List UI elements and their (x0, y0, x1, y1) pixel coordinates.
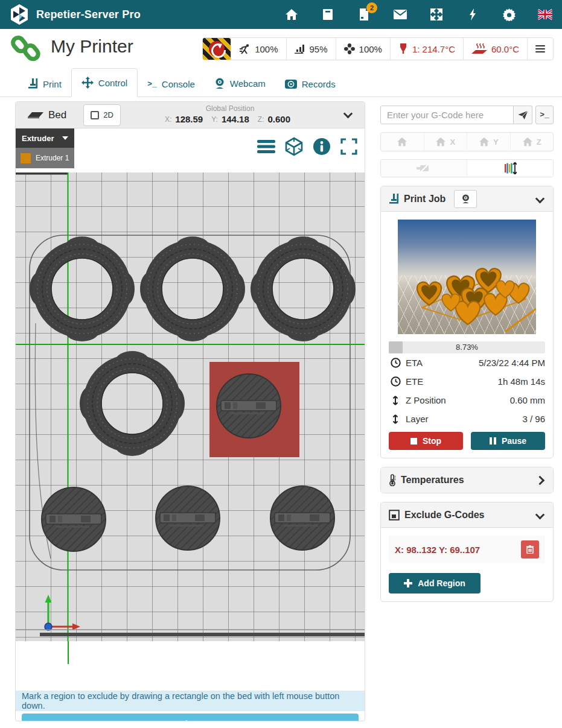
gcode-input[interactable] (380, 106, 514, 124)
clock-icon (391, 358, 401, 368)
console-glyph: >_ (540, 110, 549, 119)
aux-buttons (380, 159, 554, 177)
power-bolt-icon[interactable] (465, 7, 480, 22)
mail-icon[interactable] (393, 7, 407, 22)
flow-status[interactable]: 95% (286, 38, 336, 60)
3d-view-cube-icon[interactable] (285, 137, 303, 156)
collapse-exclude-chevron-icon[interactable] (535, 510, 545, 520)
printer-name: My Printer (51, 36, 133, 57)
home-z-button[interactable]: Z (510, 133, 554, 151)
delete-region-button[interactable] (521, 540, 539, 559)
speed-status[interactable]: 100% (231, 38, 286, 60)
home-icon[interactable] (284, 7, 299, 22)
extruder-1-item[interactable]: Extruder 1 (16, 148, 74, 168)
tab-print[interactable]: Print (18, 71, 71, 97)
temperatures-header[interactable]: Temperatures (381, 467, 553, 493)
webcam-tab-icon (214, 78, 225, 89)
extruder-color-swatch (21, 153, 31, 163)
layer-label: Layer (406, 414, 429, 424)
settings-gear-icon[interactable] (502, 7, 516, 22)
language-flag-icon[interactable] (538, 7, 552, 22)
expand-temperatures-chevron-icon[interactable] (535, 475, 545, 485)
bed-viewport[interactable] (16, 173, 365, 641)
layers-menu-icon[interactable] (257, 139, 275, 154)
toggle-2d-button[interactable]: 2D (83, 104, 121, 126)
printer-header: My Printer 100% 95% 100% (0, 29, 562, 67)
tab-records[interactable]: Records (275, 71, 345, 97)
collapse-bed-chevron-icon[interactable] (343, 109, 353, 119)
2d-checkbox[interactable] (91, 111, 99, 119)
babystep-z-button[interactable] (467, 160, 553, 177)
bed-canvas-area: Extruder Extruder 1 (16, 128, 365, 664)
job-preview-image (398, 220, 536, 334)
temperatures-card: Temperatures (380, 467, 554, 493)
right-sidebar: >_ X Y Z (380, 101, 554, 602)
motors-off-icon (417, 163, 431, 173)
exclude-gcodes-body: X: 98..132 Y: 69..107 Add Region (381, 528, 553, 601)
motors-off-button[interactable] (381, 160, 467, 177)
job-webcam-button[interactable] (454, 190, 477, 208)
extruder-temp-icon (398, 43, 408, 54)
tab-records-label: Records (302, 79, 336, 89)
bed-temp-value: 60.0°C (491, 44, 519, 54)
hazard-stripes (203, 38, 231, 60)
repetier-logo-icon (10, 4, 29, 25)
tab-webcam[interactable]: Webcam (205, 70, 275, 97)
home-all-button[interactable] (381, 133, 424, 151)
print-disk-excluded (217, 374, 281, 438)
global-position: Global Position X: 128.59 Y: 144.18 Z: 0… (152, 104, 308, 124)
app-title: Repetier-Server Pro (36, 8, 141, 21)
axis-indicator (45, 595, 80, 630)
home-y-button[interactable]: Y (467, 133, 510, 151)
print-job-title: Print Job (404, 194, 445, 204)
progress-percent: 8.73% (389, 341, 545, 353)
home-z-label: Z (537, 138, 541, 147)
extruder-temp-status[interactable]: 1: 214.7°C (390, 38, 463, 60)
stop-button[interactable]: Stop (389, 432, 463, 450)
home-icon (397, 137, 407, 147)
info-icon[interactable] (313, 138, 331, 156)
temperatures-title: Temperatures (401, 475, 464, 486)
exclude-gcodes-title: Exclude G-Codes (404, 510, 484, 521)
open-console-button[interactable]: >_ (535, 106, 554, 124)
webcam-icon (461, 194, 470, 204)
bed-temp-status[interactable]: 60.0°C (463, 38, 527, 60)
emergency-stop-icon (209, 41, 225, 57)
fan-status[interactable]: 100% (336, 38, 390, 60)
printers-icon[interactable]: 2 (357, 7, 371, 22)
tab-control-label: Control (98, 78, 127, 88)
eta-label: ETA (406, 358, 423, 368)
home-x-button[interactable]: X (424, 133, 467, 151)
home-icon (435, 137, 446, 147)
plus-icon (404, 579, 412, 587)
control-tab-icon (81, 77, 94, 89)
exclusion-region-item: X: 98..132 Y: 69..107 (389, 536, 545, 563)
expand-icon[interactable] (429, 7, 444, 22)
fullscreen-icon[interactable] (340, 138, 357, 155)
position-y: 144.18 (222, 114, 249, 124)
pause-button[interactable]: Pause (471, 432, 545, 450)
collapse-print-job-chevron-icon[interactable] (535, 194, 545, 204)
console-tab-icon: >_ (147, 80, 157, 89)
records-tab-icon (285, 79, 297, 89)
add-region-button[interactable]: Add Region (389, 573, 481, 593)
printer-menu-button[interactable] (527, 38, 553, 60)
home-icon (479, 137, 490, 147)
speed-value: 100% (255, 44, 278, 54)
abort-button[interactable]: Abort (22, 714, 359, 721)
archive-icon[interactable] (321, 7, 335, 22)
tab-console[interactable]: >_ Console (138, 71, 205, 97)
exclude-gcodes-header[interactable]: Exclude G-Codes (381, 502, 553, 528)
stop-icon (410, 438, 417, 445)
home-y-label: Y (493, 138, 499, 147)
home-icon (522, 137, 533, 147)
speed-icon (239, 44, 251, 54)
exclude-gcodes-card: Exclude G-Codes X: 98..132 Y: 69..107 (380, 502, 554, 602)
emergency-stop-button[interactable] (203, 38, 231, 60)
notification-badge: 2 (366, 2, 377, 13)
view-toolbar (257, 137, 357, 156)
extruder-dropdown[interactable]: Extruder Extruder 1 (16, 128, 74, 168)
print-disk-3 (270, 486, 334, 550)
tab-control[interactable]: Control (71, 68, 138, 97)
send-gcode-button[interactable] (514, 106, 532, 124)
